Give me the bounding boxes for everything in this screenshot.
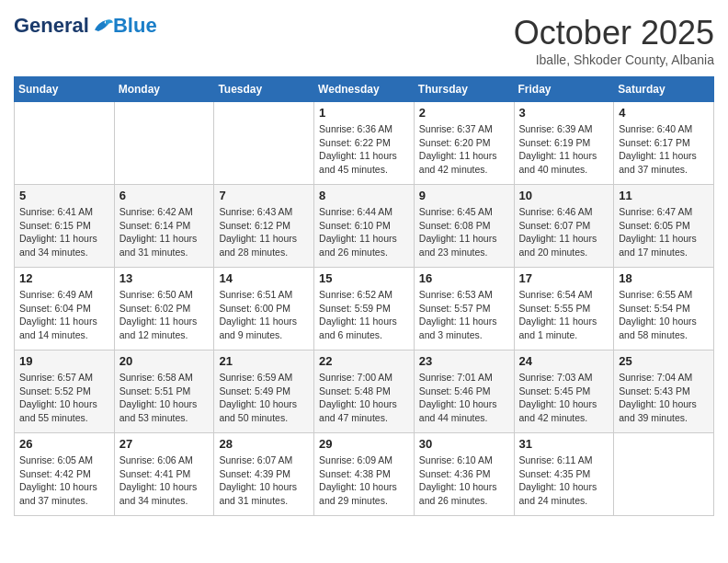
calendar-cell: 22Sunrise: 7:00 AM Sunset: 5:48 PM Dayli… bbox=[314, 350, 415, 433]
day-number: 21 bbox=[219, 354, 309, 368]
calendar-cell: 12Sunrise: 6:49 AM Sunset: 6:04 PM Dayli… bbox=[15, 268, 115, 350]
calendar-cell: 7Sunrise: 6:43 AM Sunset: 6:12 PM Daylig… bbox=[214, 185, 314, 268]
day-info: Sunrise: 6:36 AM Sunset: 6:22 PM Dayligh… bbox=[319, 122, 409, 177]
page-header: General Blue October 2025 Iballe, Shkode… bbox=[14, 14, 714, 67]
calendar-week-3: 12Sunrise: 6:49 AM Sunset: 6:04 PM Dayli… bbox=[15, 268, 714, 350]
day-number: 20 bbox=[119, 354, 210, 368]
day-number: 26 bbox=[19, 437, 109, 451]
day-number: 29 bbox=[319, 437, 409, 451]
day-number: 15 bbox=[319, 271, 409, 285]
calendar-cell: 3Sunrise: 6:39 AM Sunset: 6:19 PM Daylig… bbox=[514, 102, 614, 185]
day-info: Sunrise: 6:59 AM Sunset: 5:49 PM Dayligh… bbox=[219, 371, 309, 425]
calendar-cell: 11Sunrise: 6:47 AM Sunset: 6:05 PM Dayli… bbox=[614, 185, 714, 268]
calendar-cell: 23Sunrise: 7:01 AM Sunset: 5:46 PM Dayli… bbox=[414, 350, 514, 433]
weekday-header-thursday: Thursday bbox=[414, 77, 514, 102]
logo-general-text: General bbox=[14, 14, 89, 38]
calendar-week-1: 1Sunrise: 6:36 AM Sunset: 6:22 PM Daylig… bbox=[15, 102, 714, 185]
day-info: Sunrise: 6:37 AM Sunset: 6:20 PM Dayligh… bbox=[419, 122, 509, 177]
day-info: Sunrise: 6:10 AM Sunset: 4:36 PM Dayligh… bbox=[419, 454, 509, 508]
calendar-cell: 19Sunrise: 6:57 AM Sunset: 5:52 PM Dayli… bbox=[15, 350, 115, 433]
day-number: 8 bbox=[319, 189, 409, 202]
calendar-cell: 30Sunrise: 6:10 AM Sunset: 4:36 PM Dayli… bbox=[414, 433, 514, 516]
weekday-header-wednesday: Wednesday bbox=[314, 77, 415, 102]
calendar-table: SundayMondayTuesdayWednesdayThursdayFrid… bbox=[14, 76, 714, 516]
day-number: 16 bbox=[419, 271, 509, 285]
day-info: Sunrise: 6:55 AM Sunset: 5:54 PM Dayligh… bbox=[619, 288, 709, 342]
day-number: 5 bbox=[19, 189, 109, 202]
day-number: 11 bbox=[619, 189, 709, 202]
day-info: Sunrise: 6:07 AM Sunset: 4:39 PM Dayligh… bbox=[219, 454, 309, 508]
calendar-week-5: 26Sunrise: 6:05 AM Sunset: 4:42 PM Dayli… bbox=[15, 433, 714, 516]
day-info: Sunrise: 6:40 AM Sunset: 6:17 PM Dayligh… bbox=[619, 122, 709, 177]
calendar-cell: 5Sunrise: 6:41 AM Sunset: 6:15 PM Daylig… bbox=[15, 185, 115, 268]
day-info: Sunrise: 6:46 AM Sunset: 6:07 PM Dayligh… bbox=[519, 205, 609, 259]
day-info: Sunrise: 6:41 AM Sunset: 6:15 PM Dayligh… bbox=[19, 205, 109, 259]
day-info: Sunrise: 6:51 AM Sunset: 6:00 PM Dayligh… bbox=[219, 288, 309, 342]
logo-blue-text: Blue bbox=[113, 14, 157, 38]
calendar-cell: 9Sunrise: 6:45 AM Sunset: 6:08 PM Daylig… bbox=[414, 185, 514, 268]
calendar-cell: 10Sunrise: 6:46 AM Sunset: 6:07 PM Dayli… bbox=[514, 185, 614, 268]
day-number: 28 bbox=[219, 437, 309, 451]
month-title: October 2025 bbox=[514, 14, 714, 52]
day-info: Sunrise: 6:39 AM Sunset: 6:19 PM Dayligh… bbox=[519, 122, 609, 177]
calendar-cell: 17Sunrise: 6:54 AM Sunset: 5:55 PM Dayli… bbox=[514, 268, 614, 350]
calendar-cell bbox=[214, 102, 314, 185]
day-info: Sunrise: 6:54 AM Sunset: 5:55 PM Dayligh… bbox=[519, 288, 609, 342]
day-number: 13 bbox=[119, 271, 210, 285]
day-number: 27 bbox=[119, 437, 210, 451]
day-info: Sunrise: 6:42 AM Sunset: 6:14 PM Dayligh… bbox=[119, 205, 210, 259]
day-info: Sunrise: 6:53 AM Sunset: 5:57 PM Dayligh… bbox=[419, 288, 509, 342]
day-number: 31 bbox=[519, 437, 609, 451]
day-number: 25 bbox=[619, 354, 709, 368]
weekday-header-saturday: Saturday bbox=[614, 77, 714, 102]
calendar-cell: 16Sunrise: 6:53 AM Sunset: 5:57 PM Dayli… bbox=[414, 268, 514, 350]
calendar-cell: 15Sunrise: 6:52 AM Sunset: 5:59 PM Dayli… bbox=[314, 268, 415, 350]
day-number: 30 bbox=[419, 437, 509, 451]
calendar-cell: 31Sunrise: 6:11 AM Sunset: 4:35 PM Dayli… bbox=[514, 433, 614, 516]
day-number: 22 bbox=[319, 354, 409, 368]
day-number: 14 bbox=[219, 271, 309, 285]
day-info: Sunrise: 6:11 AM Sunset: 4:35 PM Dayligh… bbox=[519, 454, 609, 508]
day-info: Sunrise: 6:05 AM Sunset: 4:42 PM Dayligh… bbox=[19, 454, 109, 508]
day-info: Sunrise: 6:57 AM Sunset: 5:52 PM Dayligh… bbox=[19, 371, 109, 425]
day-info: Sunrise: 6:49 AM Sunset: 6:04 PM Dayligh… bbox=[19, 288, 109, 342]
calendar-cell bbox=[15, 102, 115, 185]
calendar-cell: 13Sunrise: 6:50 AM Sunset: 6:02 PM Dayli… bbox=[114, 268, 214, 350]
day-info: Sunrise: 6:09 AM Sunset: 4:38 PM Dayligh… bbox=[319, 454, 409, 508]
day-number: 4 bbox=[619, 106, 709, 120]
day-number: 19 bbox=[19, 354, 109, 368]
day-info: Sunrise: 6:52 AM Sunset: 5:59 PM Dayligh… bbox=[319, 288, 409, 342]
location-subtitle: Iballe, Shkoder County, Albania bbox=[514, 52, 714, 67]
calendar-cell: 1Sunrise: 6:36 AM Sunset: 6:22 PM Daylig… bbox=[314, 102, 415, 185]
weekday-header-tuesday: Tuesday bbox=[214, 77, 314, 102]
weekday-header-friday: Friday bbox=[514, 77, 614, 102]
calendar-cell: 4Sunrise: 6:40 AM Sunset: 6:17 PM Daylig… bbox=[614, 102, 714, 185]
day-number: 9 bbox=[419, 189, 509, 202]
day-number: 2 bbox=[419, 106, 509, 120]
calendar-cell: 29Sunrise: 6:09 AM Sunset: 4:38 PM Dayli… bbox=[314, 433, 415, 516]
logo-bird-icon bbox=[91, 16, 113, 36]
calendar-cell: 25Sunrise: 7:04 AM Sunset: 5:43 PM Dayli… bbox=[614, 350, 714, 433]
calendar-cell: 26Sunrise: 6:05 AM Sunset: 4:42 PM Dayli… bbox=[15, 433, 115, 516]
day-number: 24 bbox=[519, 354, 609, 368]
weekday-header-monday: Monday bbox=[114, 77, 214, 102]
calendar-cell: 8Sunrise: 6:44 AM Sunset: 6:10 PM Daylig… bbox=[314, 185, 415, 268]
day-info: Sunrise: 7:03 AM Sunset: 5:45 PM Dayligh… bbox=[519, 371, 609, 425]
day-number: 1 bbox=[319, 106, 409, 120]
day-number: 12 bbox=[19, 271, 109, 285]
calendar-cell: 6Sunrise: 6:42 AM Sunset: 6:14 PM Daylig… bbox=[114, 185, 214, 268]
calendar-cell: 18Sunrise: 6:55 AM Sunset: 5:54 PM Dayli… bbox=[614, 268, 714, 350]
calendar-cell bbox=[614, 433, 714, 516]
day-info: Sunrise: 7:01 AM Sunset: 5:46 PM Dayligh… bbox=[419, 371, 509, 425]
day-number: 17 bbox=[519, 271, 609, 285]
day-info: Sunrise: 6:44 AM Sunset: 6:10 PM Dayligh… bbox=[319, 205, 409, 259]
day-info: Sunrise: 6:45 AM Sunset: 6:08 PM Dayligh… bbox=[419, 205, 509, 259]
day-number: 3 bbox=[519, 106, 609, 120]
day-number: 23 bbox=[419, 354, 509, 368]
calendar-cell: 14Sunrise: 6:51 AM Sunset: 6:00 PM Dayli… bbox=[214, 268, 314, 350]
day-info: Sunrise: 6:58 AM Sunset: 5:51 PM Dayligh… bbox=[119, 371, 210, 425]
day-info: Sunrise: 6:47 AM Sunset: 6:05 PM Dayligh… bbox=[619, 205, 709, 259]
calendar-cell: 20Sunrise: 6:58 AM Sunset: 5:51 PM Dayli… bbox=[114, 350, 214, 433]
title-area: October 2025 Iballe, Shkoder County, Alb… bbox=[514, 14, 714, 67]
day-number: 6 bbox=[119, 189, 210, 202]
